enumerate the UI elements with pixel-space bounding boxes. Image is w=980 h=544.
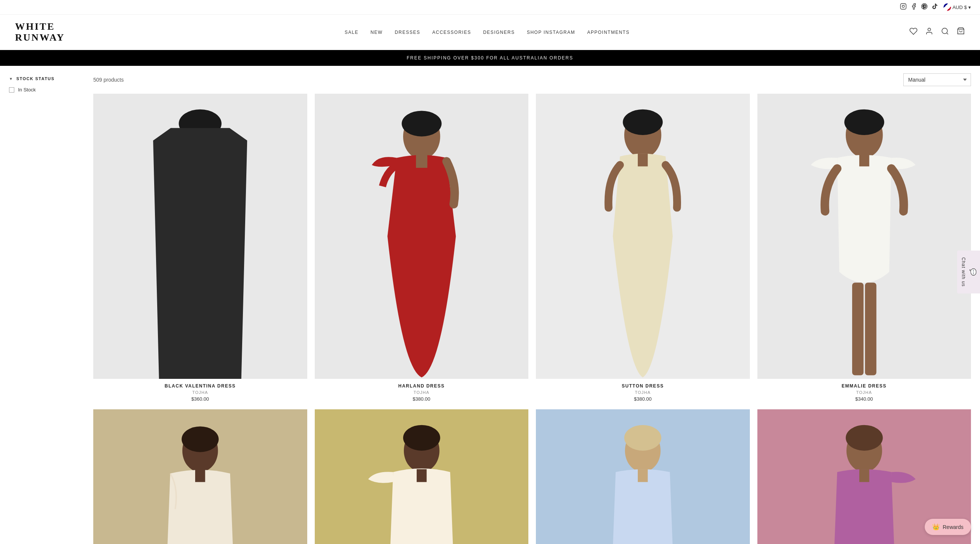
svg-rect-7 (93, 94, 307, 379)
product-image-4 (757, 94, 971, 379)
product-price: $380.00 (315, 396, 529, 402)
svg-point-2 (904, 5, 905, 5)
product-card[interactable]: BLACK VALENTINA DRESS TOJHA $360.00 (93, 94, 307, 402)
tiktok-icon[interactable] (931, 3, 938, 11)
nav-item-shop-instagram[interactable]: SHOP INSTAGRAM (527, 30, 575, 35)
announcement-bar: FREE SHIPPING OVER $300 FOR ALL AUSTRALI… (0, 50, 980, 66)
crown-icon: 👑 (932, 523, 940, 530)
svg-rect-10 (194, 156, 206, 171)
nav-item-designers[interactable]: DESIGNERS (483, 30, 515, 35)
facebook-icon[interactable] (910, 3, 917, 11)
nav-item-appointments[interactable]: APPOINTMENTS (587, 30, 630, 35)
top-bar: AUD $ ▾ (0, 0, 980, 15)
svg-rect-30 (195, 469, 205, 482)
product-card[interactable]: HARLAND DRESS TOJHA $380.00 (315, 94, 529, 402)
currency-dropdown-icon: ▾ (968, 5, 971, 10)
svg-point-29 (181, 427, 219, 452)
product-image-5 (93, 409, 307, 544)
svg-point-37 (624, 425, 662, 451)
products-header: 509 products Manual Price: Low to High P… (93, 73, 971, 86)
announcement-text: FREE SHIPPING OVER $300 FOR ALL AUSTRALI… (407, 55, 573, 61)
nav-item-accessories[interactable]: ACCESSORIES (433, 30, 471, 35)
product-card[interactable]: EMMALIE DRESS TOJHA $340.00 (757, 94, 971, 402)
svg-rect-24 (852, 282, 864, 375)
dress-image-white (757, 94, 971, 379)
svg-point-4 (942, 28, 948, 34)
product-image-6 (315, 409, 529, 544)
svg-point-33 (403, 425, 440, 451)
chat-widget[interactable]: 💬 Chat with us (957, 250, 980, 294)
rewards-label: Rewards (943, 524, 964, 530)
dress-image-offwhite (315, 409, 529, 544)
dress-image-black (93, 94, 307, 379)
filter-stock-status[interactable]: ▼ STOCK STATUS (9, 77, 84, 81)
flag-icon (943, 3, 951, 11)
svg-rect-38 (638, 469, 648, 482)
rewards-button[interactable]: 👑 Rewards (925, 519, 971, 535)
svg-rect-18 (630, 156, 636, 178)
product-brand: TOJHA (536, 390, 750, 395)
product-brand: TOJHA (93, 390, 307, 395)
filter-option-in-stock[interactable]: In Stock (9, 87, 84, 93)
product-image-3 (536, 94, 750, 379)
nav-item-dresses[interactable]: DRESSES (395, 30, 420, 35)
main-content: ▼ STOCK STATUS In Stock 509 products Man… (0, 66, 980, 544)
svg-point-1 (902, 5, 904, 8)
currency-selector[interactable]: AUD $ ▾ (943, 3, 971, 11)
product-price: $380.00 (536, 396, 750, 402)
logo-line2: RUNWAY (15, 32, 65, 43)
product-grid: BLACK VALENTINA DRESS TOJHA $360.00 (93, 94, 971, 544)
svg-point-9 (179, 110, 221, 138)
header-actions (909, 27, 965, 37)
sort-wrapper: Manual Price: Low to High Price: High to… (903, 73, 971, 86)
svg-rect-26 (859, 153, 869, 166)
pinterest-icon[interactable] (921, 3, 928, 11)
search-icon[interactable] (941, 27, 949, 37)
product-name: SUTTON DRESS (536, 383, 750, 389)
svg-point-3 (928, 28, 931, 31)
svg-rect-19 (650, 156, 655, 178)
site-logo[interactable]: WHITE RUNWAY (15, 21, 65, 43)
filter-title-label: STOCK STATUS (16, 77, 54, 81)
account-icon[interactable] (925, 27, 933, 37)
dress-image-blue (536, 409, 750, 544)
svg-rect-25 (865, 282, 876, 375)
svg-rect-20 (638, 153, 648, 166)
product-card[interactable]: SUTTON DRESS TOJHA $380.00 (536, 94, 750, 402)
sidebar: ▼ STOCK STATUS In Stock (9, 73, 84, 544)
product-brand: TOJHA (757, 390, 971, 395)
cart-icon[interactable] (957, 27, 965, 37)
svg-point-41 (845, 425, 883, 451)
product-image-2 (315, 94, 529, 379)
in-stock-checkbox[interactable] (9, 87, 14, 93)
chat-label: Chat with us (961, 257, 966, 287)
product-card[interactable]: SECOND ROW DRESS 2 DESIGNER $395.00 (315, 409, 529, 544)
svg-rect-14 (416, 155, 427, 168)
sort-select[interactable]: Manual Price: Low to High Price: High to… (903, 73, 971, 86)
svg-point-17 (623, 110, 663, 135)
product-brand: TOJHA (315, 390, 529, 395)
svg-point-13 (402, 111, 441, 137)
product-name: EMMALIE DRESS (757, 383, 971, 389)
product-image-1 (93, 94, 307, 379)
product-card[interactable]: SECOND ROW DRESS 1 DESIGNER $420.00 (93, 409, 307, 544)
filter-arrow-icon: ▼ (9, 77, 13, 81)
in-stock-label: In Stock (18, 87, 36, 93)
products-area: 509 products Manual Price: Low to High P… (93, 73, 971, 544)
svg-rect-0 (900, 4, 906, 10)
currency-label: AUD $ (953, 5, 967, 10)
product-card[interactable]: SECOND ROW DRESS 3 DESIGNER $450.00 (536, 409, 750, 544)
svg-rect-34 (416, 469, 426, 482)
chat-icon: 💬 (969, 269, 977, 276)
product-image-7 (536, 409, 750, 544)
nav-item-sale[interactable]: SALE (344, 30, 358, 35)
dress-image-red (315, 94, 529, 379)
product-name: HARLAND DRESS (315, 383, 529, 389)
nav-item-new[interactable]: NEW (371, 30, 383, 35)
site-header: WHITE RUNWAY SALE NEW DRESSES ACCESSORIE… (0, 15, 980, 50)
svg-rect-42 (859, 469, 869, 482)
dress-image-lace (93, 409, 307, 544)
instagram-icon[interactable] (900, 3, 907, 11)
product-name: BLACK VALENTINA DRESS (93, 383, 307, 389)
wishlist-icon[interactable] (909, 27, 918, 37)
